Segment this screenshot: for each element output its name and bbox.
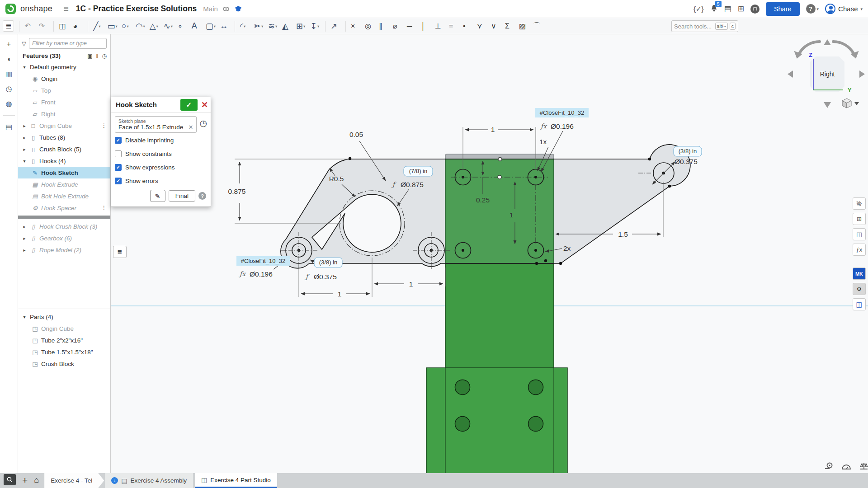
chevron-right-icon[interactable]: ▸ <box>22 236 27 241</box>
configurations-icon[interactable]: ▤ <box>5 123 12 131</box>
versions-icon[interactable]: {✓} <box>693 5 704 13</box>
learning-center-icon[interactable] <box>234 5 242 12</box>
fit-78-label[interactable]: (7/8) in <box>409 168 427 174</box>
constraint-midpoint-icon[interactable]: • <box>463 22 473 30</box>
offset-tool-icon[interactable]: ≋▾ <box>268 21 278 31</box>
robot-app-icon[interactable]: ⚙ <box>853 283 866 295</box>
part-row-tube-15x15x18[interactable]: ◳ Tube 1.5"x1.5"x18" <box>18 346 110 358</box>
show-curvature-icon[interactable]: ⌒ <box>533 21 543 31</box>
new-folder-icon[interactable]: ▣ <box>87 53 92 59</box>
feature-row-tubes-folder[interactable]: ▸ ▯ Tubes (8) <box>18 131 110 143</box>
undo-icon[interactable]: ↶ <box>24 22 34 30</box>
tab-exercise-4-part-studio[interactable]: ◫ Exercise 4 Part Studio <box>195 473 277 488</box>
fit-38-left-label[interactable]: (3/8) in <box>319 259 337 266</box>
checkbox-checked-icon[interactable]: ✓ <box>115 178 122 184</box>
dim-fillet-label[interactable]: R0.5 <box>329 175 344 183</box>
chevron-right-icon[interactable]: ▸ <box>22 224 27 229</box>
feature-row-default-geometry[interactable]: ▾ Default geometry <box>18 61 110 73</box>
parts-header-row[interactable]: ▾ Parts (4) <box>18 311 110 323</box>
home-icon[interactable]: ⌂ <box>34 475 39 485</box>
constraint-symmetric-icon[interactable]: ⋎ <box>477 22 487 30</box>
help-icon[interactable]: ? <box>806 4 816 14</box>
rectangle-tool-icon[interactable]: ▭▾ <box>107 21 117 31</box>
view-cube[interactable]: Right Z Y <box>784 35 868 114</box>
constraint-vertical-icon[interactable]: │ <box>421 22 431 30</box>
dia-0196-bottom-label[interactable]: Ø0.196 <box>250 270 273 278</box>
edit-notes-icon[interactable]: ▥ <box>5 70 12 78</box>
chevron-down-icon[interactable]: ▾ <box>22 159 27 164</box>
view-mode-cube-icon[interactable] <box>842 99 859 108</box>
closefit-bottom-label[interactable]: #CloseFit_10_32 <box>241 258 285 264</box>
redo-icon[interactable]: ↷ <box>38 22 48 30</box>
chevron-right-icon[interactable]: ▸ <box>22 147 27 152</box>
constraint-normal-icon[interactable]: ∨ <box>491 22 501 30</box>
constraint-parallel-icon[interactable]: ∥ <box>379 22 389 30</box>
dimension-tool-icon[interactable]: ↔ <box>220 21 230 31</box>
feature-row-bolt-hole-extrude[interactable]: ▤ Bolt Hole Extrude <box>18 190 110 202</box>
tasks-checklist-icon[interactable]: ▤ <box>724 4 731 14</box>
insert-dxf-icon[interactable]: ↧▾ <box>310 21 320 31</box>
checkbox-show-constraints[interactable]: Show constraints <box>115 147 207 160</box>
defer-update-clock-icon[interactable]: ◷ <box>199 118 207 128</box>
share-button[interactable]: Share <box>766 2 800 16</box>
constraint-perpendicular-icon[interactable]: ⊥ <box>435 22 445 30</box>
text-tool-icon[interactable]: A <box>192 21 202 31</box>
tab-exercise-4-tel[interactable]: Exercise 4 - Tel <box>44 473 104 488</box>
constraint-concentric-icon[interactable]: ◎ <box>365 22 375 30</box>
line-tool-icon[interactable]: ╱▾ <box>93 21 103 31</box>
feature-row-crush-block-folder[interactable]: ▸ ▯ Crush Block (5) <box>18 143 110 155</box>
final-button[interactable]: Final <box>169 190 195 202</box>
config-table-panel-icon[interactable]: ◫ <box>853 228 866 240</box>
mirror-tool-icon[interactable]: ◭ <box>282 21 292 31</box>
part-row-origin-cube[interactable]: ◳ Origin Cube <box>18 323 110 334</box>
feature-row-hooks-folder[interactable]: ▾ ▯ Hooks (4) <box>18 155 110 167</box>
chevron-down-icon[interactable]: ▾ <box>22 314 27 319</box>
dia-0196-top-label[interactable]: Ø0.196 <box>551 122 574 130</box>
arc-tool-icon[interactable]: ◠▾ <box>136 21 146 31</box>
cancel-button[interactable]: ✕ <box>201 100 208 110</box>
clear-selection-icon[interactable]: ✕ <box>189 124 193 131</box>
history-icon[interactable]: ◷ <box>6 85 12 93</box>
extrude-icon[interactable]: ◫ <box>59 22 69 30</box>
filter-icon[interactable]: ▽ <box>22 40 26 47</box>
feature-row-origin[interactable]: ◉ Origin <box>18 73 110 84</box>
sketch-plane-face[interactable] <box>445 159 554 263</box>
bom-table-panel-icon[interactable]: ⊞ <box>853 213 866 225</box>
constraint-coincident-icon[interactable]: × <box>351 22 361 30</box>
search-tabs-icon[interactable] <box>4 474 16 485</box>
share-link-icon[interactable] <box>222 5 230 13</box>
dia-0375-right-label[interactable]: Ø0.375 <box>675 158 698 165</box>
mcmaster-app-icon[interactable]: MK <box>853 267 866 280</box>
part-row-crush-block[interactable]: ◳ Crush Block <box>18 358 110 370</box>
checkbox-show-expressions[interactable]: ✓ Show expressions <box>115 161 207 174</box>
constraint-horizontal-icon[interactable]: ─ <box>407 22 417 30</box>
constraint-tangent-icon[interactable]: ⌀ <box>393 22 403 30</box>
feature-row-hook-sketch[interactable]: ✎ Hook Sketch <box>18 167 110 178</box>
dim-gap-label[interactable]: 0.05 <box>349 131 363 138</box>
feature-row-hook-spacer[interactable]: ⚙ Hook Spacer ⋮ <box>18 202 110 214</box>
checkbox-show-errors[interactable]: ✓ Show errors <box>115 174 207 187</box>
workspace-name[interactable]: Main <box>203 5 218 13</box>
checkbox-checked-icon[interactable]: ✓ <box>115 164 122 171</box>
avatar[interactable] <box>825 4 835 14</box>
protractor-icon[interactable] <box>841 462 852 471</box>
slot-tool-icon[interactable]: ▢▾ <box>206 21 216 31</box>
dim-1-vert-label[interactable]: 1 <box>509 211 514 219</box>
help-menu[interactable]: ? ▾ <box>806 4 819 14</box>
feature-list-toggle-icon[interactable]: ≣ <box>3 20 14 32</box>
feature-row-gearbox-folder[interactable]: ▸ ▯ Gearbox (6) <box>18 232 110 244</box>
feature-row-right-plane[interactable]: ▱ Right <box>18 108 110 120</box>
mass-properties-icon[interactable] <box>859 462 868 471</box>
sketch-viewport[interactable]: 0.05 R0.5 0.875 (7/8) in ƒ Ø0.875 #Close… <box>111 34 868 473</box>
graphics-canvas[interactable]: 0.05 R0.5 0.875 (7/8) in ƒ Ø0.875 #Close… <box>111 34 868 473</box>
appearance-panel-icon[interactable]: 🗱 <box>853 197 866 210</box>
sketch-entities-list-button[interactable]: ≣ <box>113 246 127 258</box>
dia-0875-label[interactable]: Ø0.875 <box>401 181 424 188</box>
constraint-fix-icon[interactable]: ▨ <box>519 22 529 30</box>
closefit-top-label[interactable]: #CloseFit_10_32 <box>540 109 584 116</box>
new-tab-icon[interactable]: + <box>22 475 28 486</box>
onshape-logo-icon[interactable] <box>5 4 16 14</box>
checkbox-disable-imprinting[interactable]: ✓ Disable imprinting <box>115 134 207 146</box>
dim-height-label[interactable]: 0.875 <box>228 188 246 195</box>
rotate-right-side-arrow-icon[interactable] <box>859 70 865 78</box>
